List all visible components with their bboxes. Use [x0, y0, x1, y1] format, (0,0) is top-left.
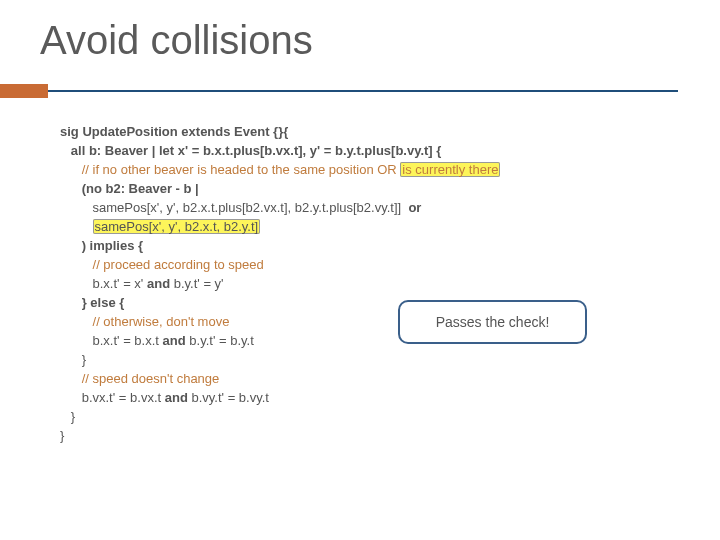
- code-keyword-or: or: [401, 200, 421, 215]
- slide-title: Avoid collisions: [40, 18, 313, 63]
- code-line: all b: Beaver | let x' = b.x.t.plus[b.vx…: [60, 143, 441, 158]
- code-comment: // proceed according to speed: [93, 257, 264, 272]
- code-pre: [60, 371, 82, 386]
- code-block: sig UpdatePosition extends Event {}{ all…: [60, 122, 500, 445]
- code-pre: [60, 162, 82, 177]
- code-comment: // speed doesn't change: [82, 371, 220, 386]
- code-keyword-and: and: [165, 390, 188, 405]
- callout-box: Passes the check!: [398, 300, 587, 344]
- code-line: b.x.t' = x': [60, 276, 147, 291]
- code-line: sig UpdatePosition extends Event {}{: [60, 124, 288, 139]
- code-highlight: is currently there: [400, 162, 500, 177]
- code-line: samePos[x', y', b2.x.t.plus[b2.vx.t], b2…: [60, 200, 401, 215]
- code-pre: [60, 219, 93, 234]
- code-comment: // if no other beaver is headed to the s…: [82, 162, 401, 177]
- code-highlight: samePos[x', y', b2.x.t, b2.y.t]: [93, 219, 261, 234]
- accent-bar: [0, 84, 48, 98]
- code-line: b.x.t' = b.x.t: [60, 333, 163, 348]
- code-keyword-and: and: [147, 276, 170, 291]
- title-underline: [48, 90, 678, 92]
- code-line: b.y.t' = y': [170, 276, 224, 291]
- code-line: } else {: [60, 295, 124, 310]
- code-line: b.y.t' = b.y.t: [186, 333, 254, 348]
- code-line: }: [60, 428, 64, 443]
- code-line: }: [60, 409, 75, 424]
- code-line: b.vy.t' = b.vy.t: [188, 390, 269, 405]
- code-line: b.vx.t' = b.vx.t: [60, 390, 165, 405]
- code-comment: // otherwise, don't move: [93, 314, 230, 329]
- code-pre: [60, 257, 93, 272]
- callout-text: Passes the check!: [436, 314, 550, 330]
- code-pre: [60, 314, 93, 329]
- code-line: ) implies {: [60, 238, 143, 253]
- code-keyword-and: and: [163, 333, 186, 348]
- code-line: (no b2: Beaver - b |: [60, 181, 199, 196]
- code-line: }: [60, 352, 86, 367]
